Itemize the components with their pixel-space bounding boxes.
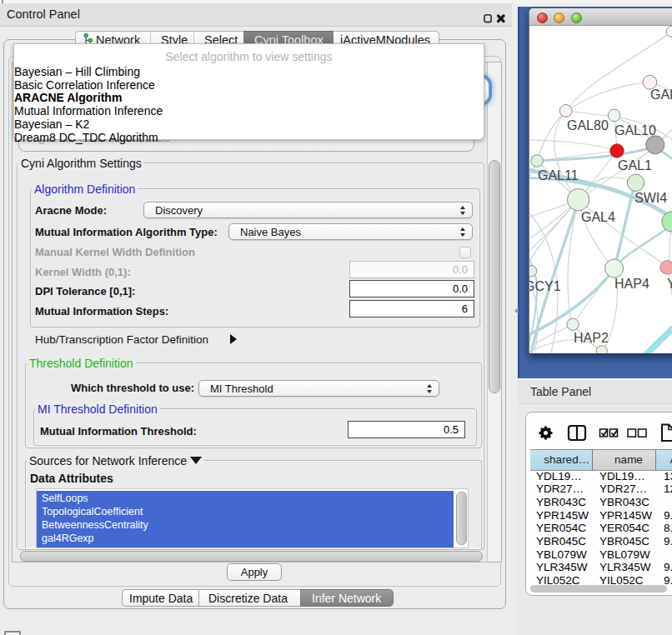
svg-text:HAP4: HAP4 — [614, 277, 649, 291]
svg-text:GCY1: GCY1 — [529, 279, 561, 293]
svg-text:GAL4: GAL4 — [581, 210, 615, 224]
svg-text:GAL11: GAL11 — [538, 168, 579, 182]
svg-text:HAP2: HAP2 — [574, 331, 609, 345]
svg-text:GAL1: GAL1 — [618, 158, 652, 172]
svg-text:SWI4: SWI4 — [634, 191, 667, 205]
svg-text:GAL2: GAL2 — [650, 88, 672, 102]
svg-text:GAL80: GAL80 — [567, 118, 609, 132]
svg-text:GAL10: GAL10 — [614, 123, 656, 138]
svg-text:Y: Y — [667, 277, 672, 291]
